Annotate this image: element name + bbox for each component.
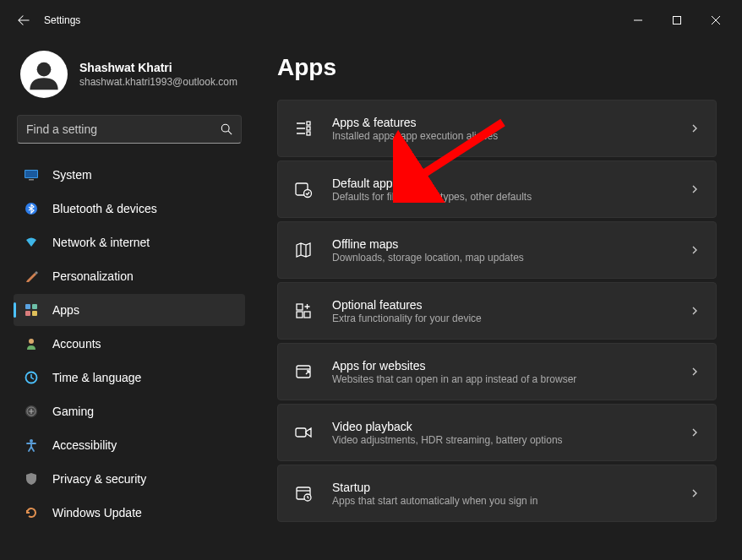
user-profile[interactable]: Shashwat Khatri shashwat.khatri1993@outl… — [14, 41, 245, 115]
sidebar-item-personalization[interactable]: Personalization — [14, 260, 245, 292]
svg-rect-4 — [25, 171, 37, 177]
card-desc: Defaults for file and link types, other … — [332, 191, 689, 203]
nav-label: Personalization — [52, 269, 134, 283]
card-title: Offline maps — [332, 237, 689, 251]
bluetooth-icon — [24, 201, 39, 216]
sidebar-item-gaming[interactable]: Gaming — [14, 395, 245, 427]
chevron-right-icon — [689, 183, 701, 195]
card-video-playback[interactable]: Video playback Video adjustments, HDR st… — [277, 404, 717, 461]
search-icon — [221, 123, 232, 135]
card-desc: Installed apps, app execution aliases — [332, 130, 689, 142]
default-apps-icon — [293, 179, 314, 199]
card-title: Startup — [332, 481, 689, 494]
apps-icon — [24, 302, 39, 318]
chevron-right-icon — [689, 487, 701, 499]
window-title: Settings — [44, 14, 80, 26]
close-button[interactable] — [696, 7, 735, 34]
chevron-right-icon — [689, 122, 701, 134]
websites-icon — [293, 362, 314, 382]
user-email: shashwat.khatri1993@outlook.com — [79, 76, 237, 88]
startup-icon — [293, 483, 314, 503]
chevron-right-icon — [689, 305, 701, 317]
svg-rect-25 — [296, 428, 306, 437]
svg-point-2 — [221, 124, 229, 132]
titlebar: Settings — [0, 0, 742, 41]
card-desc: Extra functionality for your device — [332, 313, 689, 324]
svg-rect-8 — [32, 304, 37, 309]
svg-rect-21 — [297, 304, 303, 310]
svg-rect-7 — [25, 304, 30, 309]
card-startup[interactable]: Startup Apps that start automatically wh… — [277, 465, 717, 522]
nav-label: Privacy & security — [52, 472, 146, 486]
sidebar-item-update[interactable]: Windows Update — [14, 497, 245, 529]
svg-rect-0 — [674, 17, 681, 24]
content: Apps Apps & features Installed apps, app… — [252, 41, 742, 560]
nav-label: Network & internet — [52, 236, 150, 249]
shield-icon — [24, 471, 39, 487]
card-desc: Websites that can open in an app instead… — [332, 373, 689, 385]
nav-label: Time & language — [52, 371, 141, 384]
chevron-right-icon — [689, 244, 701, 256]
svg-rect-9 — [25, 311, 30, 316]
avatar-icon — [27, 57, 61, 91]
svg-point-15 — [30, 439, 33, 443]
card-optional-features[interactable]: Optional features Extra functionality fo… — [277, 282, 717, 340]
svg-rect-5 — [29, 179, 34, 181]
accessibility-icon — [24, 438, 39, 453]
optional-features-icon — [293, 301, 314, 321]
video-icon — [293, 422, 314, 443]
card-apps-features[interactable]: Apps & features Installed apps, app exec… — [277, 100, 717, 157]
maximize-button[interactable] — [657, 7, 696, 34]
chevron-right-icon — [689, 366, 701, 378]
sidebar-item-accounts[interactable]: Accounts — [14, 328, 245, 360]
page-title: Apps — [277, 54, 717, 81]
svg-rect-22 — [297, 312, 303, 318]
nav-list: System Bluetooth & devices Network & int… — [14, 159, 245, 529]
card-desc: Apps that start automatically when you s… — [332, 495, 689, 507]
update-icon — [24, 505, 39, 520]
card-apps-websites[interactable]: Apps for websites Websites that can open… — [277, 343, 717, 400]
gaming-icon — [24, 404, 39, 419]
sidebar-item-apps[interactable]: Apps — [14, 294, 245, 326]
card-desc: Downloads, storage location, map updates — [332, 252, 689, 264]
nav-label: System — [52, 168, 92, 182]
nav-label: Apps — [52, 303, 79, 317]
sidebar-item-privacy[interactable]: Privacy & security — [14, 463, 245, 495]
svg-point-11 — [29, 339, 34, 344]
card-desc: Video adjustments, HDR streaming, batter… — [332, 434, 689, 446]
svg-rect-23 — [304, 312, 310, 318]
card-offline-maps[interactable]: Offline maps Downloads, storage location… — [277, 221, 717, 279]
avatar — [20, 51, 68, 98]
personalization-icon — [24, 269, 39, 284]
svg-rect-10 — [32, 311, 37, 316]
search-input[interactable] — [26, 122, 221, 136]
svg-rect-17 — [307, 127, 310, 130]
window-controls — [619, 7, 735, 34]
card-title: Video playback — [332, 420, 689, 433]
minimize-button[interactable] — [619, 7, 657, 34]
nav-label: Accounts — [52, 337, 101, 351]
back-button[interactable] — [7, 3, 41, 37]
network-icon — [24, 235, 39, 250]
card-default-apps[interactable]: Default apps Defaults for file and link … — [277, 160, 717, 218]
sidebar-item-accessibility[interactable]: Accessibility — [14, 429, 245, 461]
sidebar-item-network[interactable]: Network & internet — [14, 226, 245, 258]
nav-label: Gaming — [52, 405, 94, 418]
card-title: Default apps — [332, 177, 689, 190]
card-title: Apps & features — [332, 116, 689, 129]
apps-features-icon — [293, 118, 314, 139]
sidebar-item-time[interactable]: Time & language — [14, 362, 245, 394]
system-icon — [24, 167, 39, 182]
search-box[interactable] — [17, 115, 242, 144]
nav-label: Windows Update — [52, 506, 142, 519]
sidebar-item-bluetooth[interactable]: Bluetooth & devices — [14, 193, 245, 225]
svg-rect-16 — [307, 122, 310, 125]
sidebar: Shashwat Khatri shashwat.khatri1993@outl… — [0, 41, 252, 560]
nav-label: Accessibility — [52, 438, 117, 452]
maximize-icon — [673, 16, 681, 24]
user-name: Shashwat Khatri — [79, 61, 237, 74]
sidebar-item-system[interactable]: System — [14, 159, 245, 191]
card-title: Apps for websites — [332, 359, 689, 372]
svg-rect-18 — [307, 132, 310, 135]
clock-icon — [24, 370, 39, 385]
